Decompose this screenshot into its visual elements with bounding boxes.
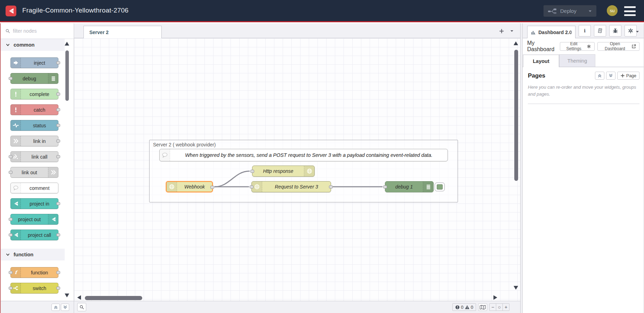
output-port[interactable] (56, 139, 60, 143)
pulse-icon (11, 120, 21, 130)
sidebar-tab-label: Dashboard 2.0 (538, 30, 572, 35)
tab-layout[interactable]: Layout (523, 55, 559, 67)
canvas-footer: 0 0 − ○ + (74, 301, 520, 313)
palette-category-header-common[interactable]: common (0, 39, 65, 51)
palette-node-project-in[interactable]: project in (10, 198, 58, 209)
palette-node-project-out[interactable]: project out (10, 214, 58, 225)
tab-theming[interactable]: Theming (559, 54, 595, 67)
output-port[interactable] (56, 108, 60, 111)
flow-node-label: Request to Server 3 (262, 182, 331, 192)
input-port[interactable] (9, 287, 13, 290)
input-port[interactable] (250, 170, 254, 173)
sidebar-debug-messages-button[interactable] (609, 25, 621, 37)
flow-list-caret-icon[interactable] (508, 27, 515, 34)
comment-bubble-icon (160, 149, 170, 161)
sidebar-splitter[interactable] (520, 23, 523, 313)
debug-toggle-button[interactable] (435, 183, 445, 191)
flow-node-webhook[interactable]: Webhook (166, 181, 213, 192)
svg-text:f: f (15, 270, 18, 275)
pages-help-text: Here you can re-order and move your widg… (528, 84, 638, 98)
input-port[interactable] (250, 185, 253, 188)
canvas-scroll-left-icon[interactable] (77, 295, 82, 300)
flow-node-http_response[interactable]: Http response (252, 166, 315, 177)
flow-node-label: debug 1 (385, 182, 423, 192)
sidebar-docs-button[interactable] (594, 25, 606, 37)
palette-filter-input[interactable] (13, 28, 65, 34)
output-port[interactable] (56, 271, 60, 274)
input-port[interactable] (9, 155, 13, 158)
palette-node-complete[interactable]: complete (10, 89, 58, 99)
palette-node-project-call[interactable]: project call (10, 230, 58, 240)
canvas-scroll-down-icon[interactable] (514, 286, 519, 290)
sidebar-tabs-caret-icon[interactable] (635, 30, 639, 34)
canvas-scroll-right-icon[interactable] (493, 295, 499, 300)
input-port[interactable] (9, 171, 13, 174)
palette-node-link-call[interactable]: link call (10, 151, 58, 162)
sidebar-info-button[interactable]: i (579, 25, 591, 37)
canvas-vscrollbar-thumb[interactable] (514, 50, 518, 181)
zoom-out-button[interactable]: − (489, 303, 496, 311)
palette-expand-all-button[interactable] (61, 304, 69, 311)
palette-node-function[interactable]: ffunction (10, 267, 58, 278)
exclaim-icon (11, 105, 21, 115)
flow-tab-server2[interactable]: Server 2 (83, 26, 162, 38)
zoom-in-button[interactable]: + (502, 303, 509, 311)
open-dashboard-button[interactable]: Open Dashboard (597, 42, 639, 51)
move-page-up-button[interactable] (595, 72, 604, 80)
palette-node-link-in[interactable]: link in (10, 136, 58, 146)
deploy-button[interactable]: Deploy (544, 5, 596, 17)
palette-node-switch[interactable]: switch (10, 283, 58, 294)
palette-node-comment[interactable]: comment (10, 183, 58, 193)
node-palette: commoninjectdebugcompletecatchstatuslink… (0, 23, 74, 313)
palette-category-header-function[interactable]: function (0, 249, 65, 260)
zoom-reset-button[interactable]: ○ (496, 303, 503, 311)
output-port[interactable] (56, 93, 60, 96)
comment-bubble-icon (11, 183, 21, 193)
output-port[interactable] (56, 124, 60, 127)
palette-node-catch[interactable]: catch (10, 104, 58, 115)
palette-node-link-out[interactable]: link out (10, 167, 58, 178)
globe-icon (167, 182, 177, 192)
add-flow-button[interactable] (498, 27, 505, 34)
canvas-scroll-up-icon[interactable] (514, 41, 519, 46)
input-port[interactable] (9, 218, 13, 221)
sidebar-tabbar: Dashboard 2.0 i (523, 23, 644, 38)
user-avatar[interactable]: su (607, 5, 618, 16)
output-port[interactable] (56, 155, 60, 158)
flow-canvas[interactable]: Server 2 ( webhook provider) When trigge… (74, 38, 520, 301)
palette-scrollbar-thumb[interactable] (65, 50, 69, 101)
output-port[interactable] (329, 185, 333, 188)
flow-node-request[interactable]: Request to Server 3 (251, 181, 331, 192)
move-page-down-button[interactable] (606, 72, 615, 80)
output-port[interactable] (56, 287, 60, 290)
category-chevron-icon (6, 43, 10, 47)
palette-node-debug[interactable]: debug (10, 73, 58, 84)
add-page-button[interactable]: Page (617, 72, 639, 80)
palette-collapse-all-button[interactable] (51, 304, 60, 311)
sidebar-config-button[interactable] (625, 25, 637, 37)
comment-node[interactable]: When triggered by the sensors, send a PO… (159, 149, 448, 161)
palette-filter (0, 23, 74, 39)
output-port[interactable] (56, 61, 60, 64)
canvas-hscrollbar-thumb[interactable] (85, 296, 142, 300)
deploy-icon (548, 8, 557, 14)
output-port[interactable] (56, 202, 60, 205)
flow-node-debug1[interactable]: debug 1 (385, 181, 434, 192)
output-port[interactable] (56, 233, 60, 236)
palette-node-inject[interactable]: inject (10, 57, 58, 68)
deploy-options-caret-icon[interactable] (588, 9, 592, 13)
canvas-search-button[interactable] (77, 303, 86, 311)
input-port[interactable] (9, 233, 13, 236)
notifications-counts[interactable]: 0 0 (452, 303, 476, 311)
edit-settings-button[interactable]: Edit Settings (560, 42, 594, 51)
minimap-button[interactable] (478, 303, 487, 311)
input-port[interactable] (383, 185, 387, 188)
output-port[interactable] (210, 186, 214, 189)
sidebar-tab-dashboard[interactable]: Dashboard 2.0 (527, 26, 575, 38)
input-port[interactable] (9, 77, 13, 80)
palette-scroll-down-icon[interactable] (65, 294, 70, 297)
input-port[interactable] (9, 271, 13, 274)
palette-node-status[interactable]: status (10, 120, 58, 131)
palette-scroll-up-icon[interactable] (65, 42, 70, 46)
main-menu-button[interactable] (624, 6, 636, 16)
